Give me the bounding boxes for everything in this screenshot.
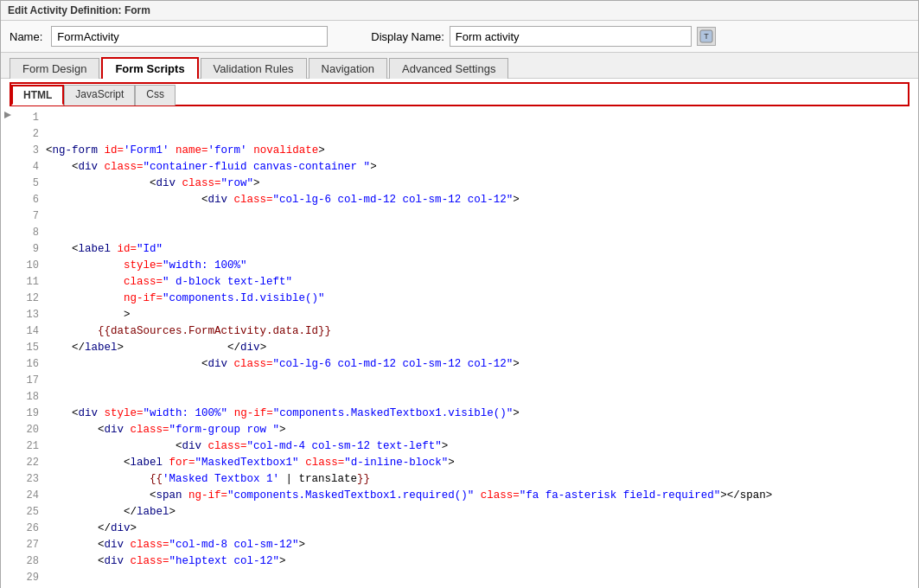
code-line: 19 <div style="width: 100%" ng-if="compo… xyxy=(1,406,918,422)
code-line: 9 <label id="Id" xyxy=(1,241,918,258)
line-content: <ng-form id='Form1' name='form' novalida… xyxy=(46,143,918,159)
code-line: 22 <label for="MaskedTextbox1" class="d-… xyxy=(1,455,918,471)
code-line: 13 > xyxy=(1,307,918,323)
line-number: 18 xyxy=(15,389,46,406)
line-content: style="width: 100%" xyxy=(46,258,918,274)
display-name-input[interactable] xyxy=(450,26,692,47)
line-content: > xyxy=(46,307,918,323)
line-number: 9 xyxy=(15,241,46,258)
code-line: 23 {{'Masked Textbox 1' | translate}} xyxy=(1,471,918,488)
line-content: <div class="container-fluid canvas-conta… xyxy=(46,159,918,176)
line-content: <div class="form-group row "> xyxy=(46,422,918,438)
title-bar: Edit Activity Definition: Form xyxy=(1,1,918,21)
line-number: 12 xyxy=(15,291,46,307)
line-content: <div class="col-lg-6 col-md-12 col-sm-12… xyxy=(46,356,918,373)
code-line: 11 class=" d-block text-left" xyxy=(1,274,918,291)
tab-advanced-settings[interactable]: Advanced Settings xyxy=(389,58,508,79)
code-line: 27 <div class="col-md-8 col-sm-12"> xyxy=(1,537,918,553)
line-number: 7 xyxy=(15,208,46,225)
code-line: 15 </label> </div> xyxy=(1,340,918,356)
line-number: 28 xyxy=(15,553,46,570)
line-content: <div class="helptext col-12"> xyxy=(46,553,918,570)
line-number: 16 xyxy=(15,356,46,373)
code-line: 18 xyxy=(1,389,918,406)
line-content: <div style="width: 100%" ng-if="componen… xyxy=(46,406,918,422)
line-number: 22 xyxy=(15,455,46,471)
line-number: 17 xyxy=(15,373,46,389)
line-number: 15 xyxy=(15,340,46,356)
line-number: 27 xyxy=(15,537,46,553)
line-content: <div class="col-md-4 col-sm-12 text-left… xyxy=(46,438,918,455)
line-content: </div> xyxy=(46,521,918,537)
code-line: 8 xyxy=(1,225,918,241)
code-line: 14 {{dataSources.FormActivity.data.Id}} xyxy=(1,323,918,340)
display-name-icon-button[interactable]: T xyxy=(697,27,716,46)
code-line: 16 <div class="col-lg-6 col-md-12 col-sm… xyxy=(1,356,918,373)
line-number: 13 xyxy=(15,307,46,323)
code-editor[interactable]: 123<ng-form id='Form1' name='form' noval… xyxy=(1,106,918,588)
line-number: 20 xyxy=(15,422,46,438)
tab-form-scripts[interactable]: Form Scripts xyxy=(101,57,198,79)
sub-tab-css[interactable]: Css xyxy=(135,85,176,105)
line-number: 10 xyxy=(15,258,46,274)
code-line: 7 xyxy=(1,208,918,225)
code-line: 3<ng-form id='Form1' name='form' novalid… xyxy=(1,143,918,159)
line-number: 21 xyxy=(15,438,46,455)
line-number: 24 xyxy=(15,488,46,504)
line-number: 2 xyxy=(15,126,46,143)
line-number: 14 xyxy=(15,323,46,340)
line-number: 8 xyxy=(15,225,46,241)
line-content: {{'Masked Textbox 1' | translate}} xyxy=(46,471,918,488)
main-tab-bar: Form Design Form Scripts Validation Rule… xyxy=(1,53,918,79)
svg-text:T: T xyxy=(704,32,709,41)
line-content: </label> </div> xyxy=(46,340,918,356)
tab-navigation[interactable]: Navigation xyxy=(309,58,387,79)
line-content: <label id="Id" xyxy=(46,241,918,258)
line-content: ng-if="components.Id.visible()" xyxy=(46,291,918,307)
line-content: <div class="col-md-8 col-sm-12"> xyxy=(46,537,918,553)
line-number: 4 xyxy=(15,159,46,176)
sub-tab-box: HTML JavaScript Css xyxy=(10,82,909,106)
tab-validation-rules[interactable]: Validation Rules xyxy=(201,58,307,79)
line-content: class=" d-block text-left" xyxy=(46,274,918,291)
line-number: 1 xyxy=(15,110,46,126)
code-line: 1 xyxy=(1,110,918,126)
name-input[interactable] xyxy=(51,26,328,47)
code-line: 6 <div class="col-lg-6 col-md-12 col-sm-… xyxy=(1,192,918,208)
code-line: 4 <div class="container-fluid canvas-con… xyxy=(1,159,918,176)
line-number: 11 xyxy=(15,274,46,291)
line-number: 6 xyxy=(15,192,46,208)
sub-tab-html[interactable]: HTML xyxy=(11,85,64,105)
code-line: 5 <div class="row"> xyxy=(1,176,918,192)
line-number: 19 xyxy=(15,406,46,422)
line-number: 26 xyxy=(15,521,46,537)
sub-tab-javascript[interactable]: JavaScript xyxy=(64,85,135,105)
code-line: 17 xyxy=(1,373,918,389)
tab-form-design[interactable]: Form Design xyxy=(10,58,99,79)
code-line: 2 xyxy=(1,126,918,143)
code-line: 24 <span ng-if="components.MaskedTextbox… xyxy=(1,488,918,504)
line-content: <div class="row"> xyxy=(46,176,918,192)
name-label: Name: xyxy=(10,30,42,43)
gutter-icon xyxy=(1,110,15,120)
line-content: <label for="MaskedTextbox1" class="d-inl… xyxy=(46,455,918,471)
window-title: Edit Activity Definition: Form xyxy=(8,4,150,16)
line-content: <div class="col-lg-6 col-md-12 col-sm-12… xyxy=(46,192,918,208)
code-line: 29 xyxy=(1,570,918,586)
display-name-label: Display Name: xyxy=(371,30,444,43)
line-number: 25 xyxy=(15,504,46,521)
svg-marker-2 xyxy=(4,112,11,118)
code-line: 12 ng-if="components.Id.visible()" xyxy=(1,291,918,307)
line-number: 3 xyxy=(15,143,46,159)
code-line: 28 <div class="helptext col-12"> xyxy=(1,553,918,570)
translate-icon: T xyxy=(699,29,713,43)
line-number: 29 xyxy=(15,570,46,586)
line-content: {{dataSources.FormActivity.data.Id}} xyxy=(46,323,918,340)
code-line: 20 <div class="form-group row "> xyxy=(1,422,918,438)
line-content: </label> xyxy=(46,504,918,521)
code-line: 26 </div> xyxy=(1,521,918,537)
code-line: 10 style="width: 100%" xyxy=(1,258,918,274)
line-content: <span ng-if="components.MaskedTextbox1.r… xyxy=(46,488,918,504)
line-number: 23 xyxy=(15,471,46,488)
main-window: Edit Activity Definition: Form Name: Dis… xyxy=(0,0,919,588)
